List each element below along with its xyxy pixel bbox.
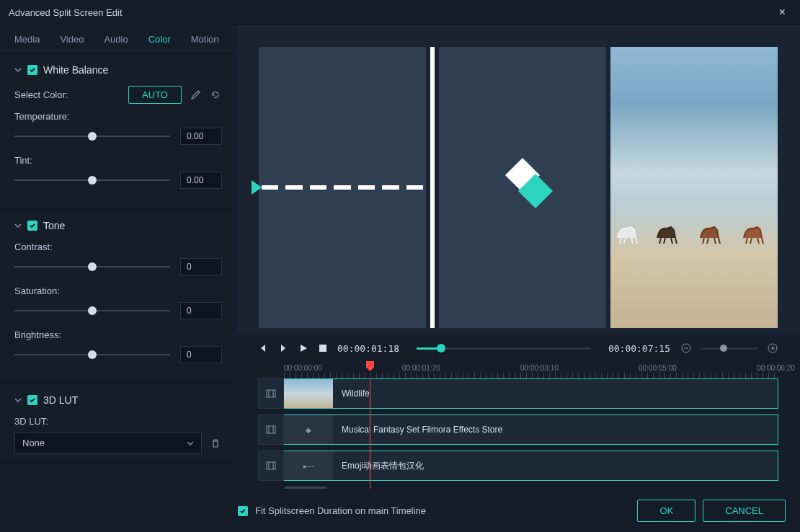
track-2[interactable]: ◆ Musical Fantasy Set Filmora Effects St… (258, 414, 778, 445)
tab-motion[interactable]: Motion (191, 34, 219, 45)
footer: Fit Splitscreen Duration on main Timelin… (0, 489, 800, 532)
clip-thumbnail (284, 379, 333, 408)
titlebar: Advanced Split Screen Edit × (0, 0, 800, 25)
zoom-out-button[interactable] (680, 342, 692, 354)
brightness-label: Brightness: (14, 329, 222, 340)
ok-button[interactable]: OK (637, 500, 695, 522)
saturation-input[interactable] (180, 302, 222, 319)
temperature-input[interactable] (180, 128, 222, 145)
tone-checkbox[interactable] (27, 221, 37, 231)
lut-select[interactable]: None (14, 433, 202, 453)
chevron-down-icon (187, 440, 194, 447)
section-tone: Tone Contrast: Saturation: (0, 210, 236, 384)
tab-audio[interactable]: Audio (104, 34, 128, 45)
lut-checkbox[interactable] (27, 395, 37, 405)
track-3[interactable]: ▸--- Emoji动画表情包汉化 (258, 451, 778, 481)
temperature-label: Temperature: (14, 111, 222, 122)
eyedropper-icon[interactable] (189, 89, 202, 102)
ruler-mark: 00:00:05:00 (639, 364, 677, 372)
play-arrow-icon (252, 180, 262, 195)
tab-media[interactable]: Media (14, 34, 40, 45)
film-icon (258, 414, 284, 445)
contrast-input[interactable] (180, 258, 222, 275)
zoom-in-button[interactable] (767, 342, 778, 354)
track-label: Wildlife (342, 389, 370, 399)
right-panel: 00:00:01:18 00:00:07:15 00:00:00:00 00:0… (236, 25, 800, 489)
lut-label: 3D LUT: (14, 416, 222, 427)
track-label: Musical Fantasy Set Filmora Effects Stor… (342, 425, 502, 435)
auto-button[interactable]: AUTO (128, 86, 182, 104)
select-color-label: Select Color: (14, 89, 68, 100)
sidebar: Media Video Audio Color Motion White Bal… (0, 25, 236, 489)
trash-icon[interactable] (209, 437, 222, 450)
track-1[interactable]: Wildlife (258, 378, 778, 409)
contrast-slider[interactable] (14, 262, 170, 272)
section-white-balance: White Balance Select Color: AUTO Tempera… (0, 54, 236, 210)
timeline-ruler[interactable]: 00:00:00:00 00:00:01:20 00:00:03:10 00:0… (236, 361, 800, 378)
svg-rect-6 (267, 390, 275, 397)
playhead[interactable] (370, 378, 370, 489)
next-frame-button[interactable] (278, 343, 288, 353)
ruler-mark: 00:00:00:00 (284, 364, 322, 372)
lut-value: None (22, 438, 45, 448)
clip-thumbnail: ▸--- (284, 451, 333, 480)
preview-pane-3[interactable] (610, 47, 778, 328)
tab-video[interactable]: Video (60, 34, 84, 45)
reset-icon[interactable] (209, 89, 222, 102)
chevron-down-icon[interactable] (14, 396, 22, 404)
svg-rect-12 (267, 462, 275, 469)
stop-button[interactable] (319, 344, 327, 353)
preview-pane-1[interactable] (259, 47, 426, 328)
tab-color[interactable]: Color (148, 34, 171, 45)
white-balance-checkbox[interactable] (27, 65, 37, 75)
svg-rect-9 (267, 426, 275, 433)
tone-title: Tone (43, 220, 65, 231)
tint-slider[interactable] (14, 175, 170, 185)
track-label: Emoji动画表情包汉化 (342, 460, 424, 472)
white-balance-title: White Balance (43, 64, 108, 76)
fit-duration-checkbox[interactable] (238, 506, 248, 516)
tabs: Media Video Audio Color Motion (0, 25, 236, 54)
tint-label: Tint: (14, 155, 222, 166)
brightness-input[interactable] (180, 346, 222, 363)
chevron-down-icon[interactable] (14, 66, 22, 74)
brightness-slider[interactable] (14, 350, 170, 360)
clip-thumbnail: ◆ (284, 415, 333, 444)
timeline: 00:00:00:00 00:00:01:20 00:00:03:10 00:0… (236, 361, 800, 489)
fit-duration-label: Fit Splitscreen Duration on main Timelin… (255, 505, 426, 516)
section-3dlut: 3D LUT 3D LUT: None (0, 384, 236, 464)
preview-pane-2[interactable] (439, 47, 606, 328)
temperature-slider[interactable] (14, 131, 170, 141)
window-title: Advanced Split Screen Edit (9, 7, 123, 18)
ruler-mark: 00:00:01:20 (402, 364, 440, 372)
transport-bar: 00:00:01:18 00:00:07:15 (236, 335, 800, 361)
current-timecode: 00:00:01:18 (337, 343, 399, 354)
play-button[interactable] (298, 343, 308, 353)
preview (236, 25, 800, 335)
prev-frame-button[interactable] (258, 343, 268, 353)
contrast-label: Contrast: (14, 241, 222, 252)
zoom-slider[interactable] (701, 347, 758, 350)
ruler-mark: 00:00:03:10 (520, 364, 559, 372)
film-icon (258, 451, 284, 481)
scrub-bar[interactable] (417, 347, 591, 350)
chevron-down-icon[interactable] (14, 222, 22, 229)
timeline-scrollbar[interactable] (284, 487, 327, 489)
saturation-label: Saturation: (14, 285, 222, 296)
saturation-slider[interactable] (14, 306, 170, 316)
film-icon (258, 378, 284, 409)
duration-timecode: 00:00:07:15 (608, 343, 670, 354)
tint-input[interactable] (180, 172, 222, 189)
svg-rect-0 (319, 345, 326, 352)
cancel-button[interactable]: CANCEL (703, 500, 786, 522)
ruler-mark: 00:00:06:20 (757, 364, 795, 372)
lut-title: 3D LUT (43, 394, 78, 406)
close-icon[interactable]: × (773, 4, 791, 20)
